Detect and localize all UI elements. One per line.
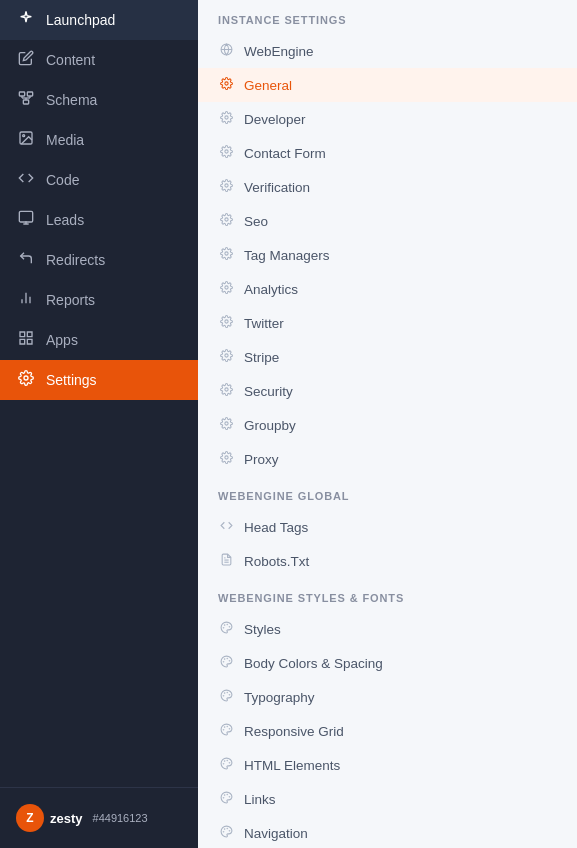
svg-point-25 xyxy=(224,388,227,391)
code-icon-head-tags xyxy=(218,519,234,535)
sidebar-item-label-settings: Settings xyxy=(46,372,97,388)
settings-item-body-colors[interactable]: Body Colors & Spacing xyxy=(198,646,577,680)
settings-item-verification[interactable]: Verification xyxy=(198,170,577,204)
paint-icon-styles xyxy=(218,621,234,637)
svg-point-24 xyxy=(224,354,227,357)
section-header-webengine-styles: WEBENGINE STYLES & FONTS xyxy=(198,578,577,612)
sidebar-item-launchpad[interactable]: Launchpad xyxy=(0,0,198,40)
settings-item-navigation[interactable]: Navigation xyxy=(198,816,577,848)
svg-point-44 xyxy=(224,727,225,728)
media-icon xyxy=(16,130,36,150)
settings-label-html-elements: HTML Elements xyxy=(244,758,340,773)
sidebar-item-apps[interactable]: Apps xyxy=(0,320,198,360)
paint-icon-html-elements xyxy=(218,757,234,773)
main-content: INSTANCE SETTINGSWebEngineGeneralDevelop… xyxy=(198,0,577,848)
svg-point-52 xyxy=(224,795,225,796)
sidebar-item-content[interactable]: Content xyxy=(0,40,198,80)
settings-item-analytics[interactable]: Analytics xyxy=(198,272,577,306)
sidebar-item-label-leads: Leads xyxy=(46,212,84,228)
svg-point-57 xyxy=(223,832,224,833)
svg-point-56 xyxy=(224,829,225,830)
settings-item-contact-form[interactable]: Contact Form xyxy=(198,136,577,170)
settings-item-responsive-grid[interactable]: Responsive Grid xyxy=(198,714,577,748)
settings-label-contact-form: Contact Form xyxy=(244,146,326,161)
sidebar-item-label-media: Media xyxy=(46,132,84,148)
settings-item-tag-managers[interactable]: Tag Managers xyxy=(198,238,577,272)
svg-rect-0 xyxy=(19,92,24,96)
svg-rect-1 xyxy=(27,92,32,96)
svg-rect-9 xyxy=(19,211,32,222)
svg-point-48 xyxy=(224,761,225,762)
svg-point-23 xyxy=(224,320,227,323)
paint-icon-responsive-grid xyxy=(218,723,234,739)
settings-item-head-tags[interactable]: Head Tags xyxy=(198,510,577,544)
settings-item-robots-txt[interactable]: Robots.Txt xyxy=(198,544,577,578)
settings-item-links[interactable]: Links xyxy=(198,782,577,816)
settings-item-groupby[interactable]: Groupby xyxy=(198,408,577,442)
svg-point-50 xyxy=(227,794,228,795)
svg-point-47 xyxy=(229,762,230,763)
settings-item-styles[interactable]: Styles xyxy=(198,612,577,646)
settings-item-html-elements[interactable]: HTML Elements xyxy=(198,748,577,782)
sidebar-item-reports[interactable]: Reports xyxy=(0,280,198,320)
svg-point-8 xyxy=(23,135,25,137)
sidebar-item-leads[interactable]: Leads xyxy=(0,200,198,240)
sidebar: LaunchpadContentSchemaMediaCodeLeadsRedi… xyxy=(0,0,198,848)
sidebar-footer: Z zesty #44916123 xyxy=(0,787,198,848)
settings-label-links: Links xyxy=(244,792,276,807)
gear-icon-seo xyxy=(218,213,234,229)
svg-point-31 xyxy=(229,626,230,627)
settings-item-twitter[interactable]: Twitter xyxy=(198,306,577,340)
svg-point-32 xyxy=(224,625,225,626)
svg-point-17 xyxy=(224,116,227,119)
settings-item-security[interactable]: Security xyxy=(198,374,577,408)
settings-item-developer[interactable]: Developer xyxy=(198,102,577,136)
svg-point-36 xyxy=(224,659,225,660)
globe-icon-webengine xyxy=(218,43,234,59)
settings-label-developer: Developer xyxy=(244,112,306,127)
section-instance-settings: INSTANCE SETTINGSWebEngineGeneralDevelop… xyxy=(198,0,577,476)
settings-item-stripe[interactable]: Stripe xyxy=(198,340,577,374)
settings-item-proxy[interactable]: Proxy xyxy=(198,442,577,476)
gear-icon-tag-managers xyxy=(218,247,234,263)
settings-item-general[interactable]: General xyxy=(198,68,577,102)
svg-point-40 xyxy=(224,693,225,694)
sidebar-item-code[interactable]: Code xyxy=(0,160,198,200)
svg-point-53 xyxy=(223,798,224,799)
settings-item-seo[interactable]: Seo xyxy=(198,204,577,238)
settings-label-typography: Typography xyxy=(244,690,315,705)
zesty-logo-text: zesty xyxy=(50,811,83,826)
gear-icon-twitter xyxy=(218,315,234,331)
leads-icon xyxy=(16,210,36,230)
svg-point-27 xyxy=(224,456,227,459)
reports-icon xyxy=(16,290,36,310)
settings-label-analytics: Analytics xyxy=(244,282,298,297)
settings-label-tag-managers: Tag Managers xyxy=(244,248,330,263)
settings-label-twitter: Twitter xyxy=(244,316,284,331)
sidebar-item-media[interactable]: Media xyxy=(0,120,198,160)
svg-point-35 xyxy=(229,660,230,661)
settings-item-webengine[interactable]: WebEngine xyxy=(198,34,577,68)
settings-label-stripe: Stripe xyxy=(244,350,279,365)
paint-icon-links xyxy=(218,791,234,807)
settings-label-proxy: Proxy xyxy=(244,452,279,467)
settings-label-webengine: WebEngine xyxy=(244,44,314,59)
settings-label-navigation: Navigation xyxy=(244,826,308,841)
settings-item-typography[interactable]: Typography xyxy=(198,680,577,714)
zesty-logo: Z zesty xyxy=(16,804,83,832)
sidebar-item-label-code: Code xyxy=(46,172,79,188)
svg-point-13 xyxy=(24,376,28,380)
gear-icon-proxy xyxy=(218,451,234,467)
sidebar-item-schema[interactable]: Schema xyxy=(0,80,198,120)
gear-icon-contact-form xyxy=(218,145,234,161)
sidebar-item-redirects[interactable]: Redirects xyxy=(0,240,198,280)
svg-point-55 xyxy=(229,830,230,831)
instance-id: #44916123 xyxy=(93,812,148,824)
svg-point-39 xyxy=(229,694,230,695)
paint-icon-typography xyxy=(218,689,234,705)
gear-icon-analytics xyxy=(218,281,234,297)
sidebar-item-settings[interactable]: Settings xyxy=(0,360,198,400)
gear-icon-stripe xyxy=(218,349,234,365)
svg-point-37 xyxy=(223,662,224,663)
redirects-icon xyxy=(16,250,36,270)
